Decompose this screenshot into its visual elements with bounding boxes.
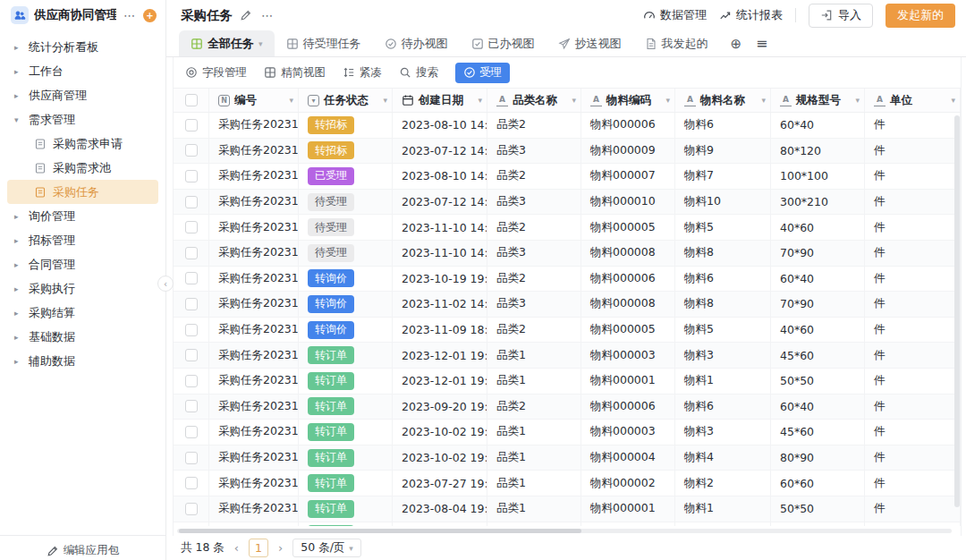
sidebar-item-aux-data[interactable]: 辅助数据 <box>0 349 165 373</box>
row-checkbox[interactable] <box>185 477 198 489</box>
filter-caret-icon[interactable] <box>951 96 955 105</box>
table-row[interactable]: 采购任务2023111...转招标2023-08-10 14:5...品类2物料… <box>174 113 961 139</box>
column-header-unit[interactable]: 单位 <box>865 89 961 112</box>
tab-done-view[interactable]: 已办视图 <box>460 30 547 56</box>
compact-tool[interactable]: 紧凑 <box>343 65 382 81</box>
table-panel: 字段管理精简视图紧凑搜索 受理 编号任务状态创建日期品类名称物料编码物料名称规格… <box>173 57 962 536</box>
vertical-scrollbar[interactable] <box>954 115 960 507</box>
accept-button[interactable]: 受理 <box>455 63 510 83</box>
row-checkbox[interactable] <box>185 196 198 208</box>
sidebar-item-inquiry-mgmt[interactable]: 询价管理 <box>0 204 165 228</box>
sidebar-item-procurement-exec[interactable]: 采购执行 <box>0 276 165 301</box>
filter-caret-icon[interactable] <box>665 96 670 105</box>
publish-badge-icon[interactable] <box>143 9 157 22</box>
cell-number: 采购任务2023110... <box>209 445 299 471</box>
table-row[interactable]: 采购任务2023111...待受理2023-07-12 14:5...品类3物料… <box>174 190 961 216</box>
row-checkbox[interactable] <box>185 349 198 361</box>
create-new-button[interactable]: 发起新的 <box>886 4 955 28</box>
sidebar-item-supplier-mgmt[interactable]: 供应商管理 <box>0 83 165 107</box>
table-row[interactable]: 采购任务2023110...转订单2023-12-01 19:0...品类1物料… <box>174 369 961 395</box>
row-checkbox[interactable] <box>185 503 198 515</box>
table-row[interactable]: 采购任务2023110...转订单2023-07-27 19:0...品类1物料… <box>174 471 961 496</box>
sidebar-collapse-handle[interactable] <box>157 276 174 292</box>
data-mgmt-button[interactable]: 数据管理 <box>643 7 707 23</box>
table-row[interactable]: 采购任务2023110...转订单2023-09-20 19:0...品类2物料… <box>174 395 961 420</box>
edit-app-package[interactable]: 编辑应用包 <box>0 535 165 560</box>
table-row[interactable]: 采购任务2023110...转询价2023-10-19 19:0...品类2物料… <box>174 267 961 293</box>
select-all-checkbox[interactable] <box>185 94 198 106</box>
row-checkbox[interactable] <box>185 272 198 284</box>
sidebar-item-contract-mgmt[interactable]: 合同管理 <box>0 252 165 276</box>
tab-cc-view[interactable]: 抄送视图 <box>547 30 633 56</box>
row-checkbox[interactable] <box>185 298 198 310</box>
row-checkbox[interactable] <box>185 247 198 259</box>
view-list-icon[interactable] <box>756 35 767 52</box>
sidebar-item-procurement-settle[interactable]: 采购结算 <box>0 301 165 325</box>
row-checkbox[interactable] <box>185 452 198 464</box>
status-badge: 转订单 <box>308 525 354 526</box>
column-header-number[interactable]: 编号 <box>209 89 299 112</box>
column-header-spec[interactable]: 规格型号 <box>771 89 865 112</box>
sidebar-item-stats-dashboard[interactable]: 统计分析看板 <box>0 35 165 59</box>
current-page[interactable]: 1 <box>249 539 268 557</box>
stats-report-button[interactable]: 统计报表 <box>719 7 783 23</box>
simple-view-tool[interactable]: 精简视图 <box>264 65 326 81</box>
prev-page-button[interactable] <box>233 541 241 555</box>
filter-caret-icon[interactable] <box>572 96 576 105</box>
row-checkbox[interactable] <box>185 400 198 412</box>
tab-todo-view[interactable]: 待办视图 <box>373 30 460 56</box>
sidebar-item-workbench[interactable]: 工作台 <box>0 59 165 83</box>
table-row[interactable]: 转订单 <box>174 522 961 527</box>
row-checkbox[interactable] <box>185 375 198 387</box>
filter-caret-icon[interactable] <box>478 96 482 105</box>
search-tool[interactable]: 搜索 <box>399 65 438 81</box>
edit-title-icon[interactable] <box>240 9 252 21</box>
tab-all-tasks[interactable]: 全部任务 <box>179 30 275 56</box>
more-icon[interactable] <box>122 9 138 22</box>
table-row[interactable]: 采购任务2023111...待受理2023-11-10 14:5...品类2物料… <box>174 215 961 241</box>
row-checkbox[interactable] <box>185 221 198 233</box>
column-header-material_code[interactable]: 物料编码 <box>581 89 675 112</box>
table-row[interactable]: 采购任务2023110...转订单2023-08-04 19:0...品类1物料… <box>174 496 961 522</box>
next-page-button[interactable] <box>276 541 284 555</box>
filter-caret-icon[interactable] <box>289 96 293 105</box>
table-row[interactable]: 采购任务2023111...转招标2023-07-12 14:5...品类3物料… <box>174 139 961 165</box>
sidebar-item-bid-mgmt[interactable]: 招标管理 <box>0 228 165 252</box>
page-size-select[interactable]: 50 条/页 <box>292 539 361 557</box>
row-checkbox[interactable] <box>185 170 198 182</box>
table-row[interactable]: 采购任务2023110...转询价2023-11-09 18:0...品类2物料… <box>174 318 961 344</box>
sidebar-item-purchase-task[interactable]: 采购任务 <box>7 180 158 204</box>
sidebar-item-demand-mgmt[interactable]: 需求管理 <box>0 107 165 132</box>
cell-category: 品类2 <box>487 113 581 138</box>
filter-caret-icon[interactable] <box>855 96 860 105</box>
column-header-material_name[interactable]: 物料名称 <box>675 89 771 112</box>
table-row[interactable]: 采购任务2023111...已受理2023-08-10 14:5...品类2物料… <box>174 164 961 190</box>
column-header-status[interactable]: 任务状态 <box>299 89 393 112</box>
filter-caret-icon[interactable] <box>383 96 387 105</box>
field-mgmt-tool[interactable]: 字段管理 <box>185 65 247 81</box>
cell-number: 采购任务2023110... <box>209 395 299 420</box>
row-checkbox[interactable] <box>185 144 198 157</box>
filter-caret-icon[interactable] <box>761 96 766 105</box>
table-row[interactable]: 采购任务2023111...待受理2023-11-10 14:5...品类3物料… <box>174 241 961 267</box>
table-row[interactable]: 采购任务2023110...转订单2023-10-02 19:0...品类1物料… <box>174 445 961 471</box>
sidebar-item-purchase-request[interactable]: 采购需求申请 <box>0 132 165 156</box>
table-row[interactable]: 采购任务2023110...转询价2023-11-02 14:0...品类3物料… <box>174 292 961 318</box>
tab-pending-accept-tasks[interactable]: 待受理任务 <box>275 30 373 56</box>
add-view-icon[interactable] <box>731 36 742 52</box>
import-button[interactable]: 导入 <box>809 4 873 28</box>
table-row[interactable]: 采购任务2023110...转订单2023-10-02 19:0...品类1物料… <box>174 420 961 445</box>
sidebar-item-purchase-pool[interactable]: 采购需求池 <box>0 156 165 180</box>
page-more-icon[interactable] <box>259 9 275 22</box>
horizontal-scrollbar[interactable] <box>177 529 952 533</box>
select-type-icon <box>308 95 319 106</box>
column-header-category[interactable]: 品类名称 <box>487 89 581 112</box>
row-checkbox[interactable] <box>185 426 198 438</box>
table-row[interactable]: 采购任务2023110...转订单2023-12-01 19:0...品类1物料… <box>174 343 961 369</box>
row-checkbox[interactable] <box>185 119 198 132</box>
horizontal-scrollbar-thumb[interactable] <box>179 529 581 533</box>
column-header-created[interactable]: 创建日期 <box>393 89 487 112</box>
sidebar-item-base-data[interactable]: 基础数据 <box>0 325 165 349</box>
tab-my-initiated[interactable]: 我发起的 <box>633 30 720 56</box>
row-checkbox[interactable] <box>185 324 198 336</box>
